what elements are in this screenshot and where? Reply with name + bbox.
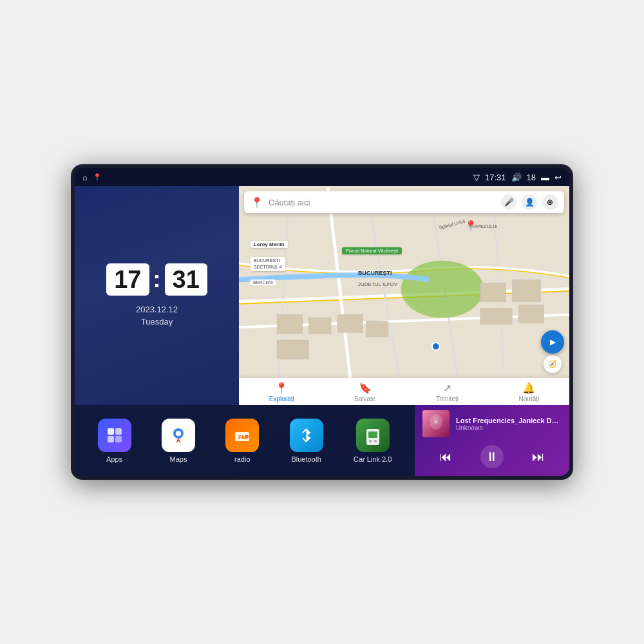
- apps-label: Apps: [106, 455, 122, 463]
- svg-point-25: [176, 431, 181, 436]
- svg-rect-15: [480, 283, 506, 302]
- svg-rect-21: [115, 428, 122, 435]
- signal-icon: ▽: [473, 173, 480, 182]
- google-maps-icon: 📍: [251, 196, 263, 209]
- map-search-bar[interactable]: 📍 Căutați aici 🎤 👤 ⊕: [244, 191, 564, 213]
- svg-rect-10: [277, 315, 302, 334]
- map-label-berceni: BERCENI: [251, 279, 276, 285]
- music-top: Lost Frequencies_Janieck Devy-... Unknow…: [422, 410, 562, 437]
- clock-minutes-box: 31: [165, 263, 207, 296]
- compass-button[interactable]: 🧭: [544, 355, 562, 373]
- svg-rect-11: [309, 318, 332, 334]
- svg-rect-30: [368, 431, 377, 438]
- send-icon: ↗: [443, 382, 451, 394]
- nav-saved[interactable]: 🔖 Salvate: [354, 382, 375, 402]
- album-art: [422, 410, 450, 437]
- nav-send[interactable]: ↗ Trimiteți: [436, 382, 459, 402]
- volume-icon[interactable]: 🔊: [511, 173, 522, 182]
- svg-rect-22: [108, 436, 114, 442]
- radio-app-icon: FM: [232, 426, 252, 445]
- music-title: Lost Frequencies_Janieck Devy-...: [456, 417, 562, 424]
- map-location-pin: 📍: [464, 220, 477, 232]
- clock-widget: 17 : 31 2023.12.12 Tuesday: [75, 186, 239, 405]
- svg-rect-12: [337, 315, 363, 333]
- app-item-bluetooth[interactable]: Bluetooth: [290, 419, 323, 463]
- screen: ⌂ 📍 ▽ 17:31 🔊 18 ▬ ↩: [75, 168, 569, 476]
- clock-date: 2023.12.12 Tuesday: [136, 303, 178, 328]
- maps-app-icon: [168, 425, 189, 446]
- voice-search-icon[interactable]: 🎤: [501, 194, 516, 210]
- next-button[interactable]: ⏭: [527, 445, 550, 468]
- svg-point-9: [401, 261, 484, 318]
- svg-rect-18: [518, 305, 544, 323]
- svg-rect-23: [115, 436, 122, 442]
- radio-icon-wrapper: FM: [225, 419, 259, 452]
- status-right: ▽ 17:31 🔊 18 ▬ ↩: [473, 173, 562, 182]
- map-search-input[interactable]: Căutați aici: [269, 198, 496, 207]
- account-icon[interactable]: 👤: [522, 194, 537, 210]
- car-head-unit: ⌂ 📍 ▽ 17:31 🔊 18 ▬ ↩: [71, 164, 573, 480]
- music-controls: ⏮ ⏸ ⏭: [422, 442, 562, 471]
- clock-hours-box: 17: [106, 263, 149, 296]
- map-label-ilfov: JUDEȚUL ILFOV: [358, 281, 397, 287]
- clock-day-text: Tuesday: [136, 316, 178, 328]
- svg-rect-17: [480, 308, 512, 325]
- map-section[interactable]: 📍 Căutați aici 🎤 👤 ⊕ Leroy Merlin BUCURE…: [239, 186, 569, 405]
- music-info: Lost Frequencies_Janieck Devy-... Unknow…: [456, 417, 562, 431]
- maps-icon-wrapper: [162, 419, 195, 452]
- start-navigation-button[interactable]: ▶: [541, 330, 564, 354]
- svg-rect-16: [512, 279, 540, 302]
- nav-explore[interactable]: 📍 Explorați: [269, 382, 294, 402]
- status-left: ⌂ 📍: [82, 173, 102, 182]
- play-pause-button[interactable]: ⏸: [480, 445, 504, 468]
- app-item-radio[interactable]: FM radio: [225, 419, 259, 463]
- saved-label: Salvate: [354, 395, 375, 402]
- bluetooth-icon-wrapper: [290, 419, 323, 452]
- saved-icon: 🔖: [359, 382, 372, 394]
- volume-level: 18: [527, 173, 536, 182]
- music-player: Lost Frequencies_Janieck Devy-... Unknow…: [415, 405, 569, 476]
- prev-button[interactable]: ⏮: [434, 445, 457, 468]
- apps-section: Apps Maps: [75, 405, 415, 476]
- status-bar: ⌂ 📍 ▽ 17:31 🔊 18 ▬ ↩: [75, 168, 569, 186]
- svg-point-19: [432, 343, 440, 350]
- clock-display: 17 : 31: [106, 263, 207, 296]
- explore-icon: 📍: [275, 382, 288, 394]
- clock-date-text: 2023.12.12: [136, 303, 178, 316]
- maps-pin-status-icon[interactable]: 📍: [93, 173, 102, 182]
- carlink-app-icon: [363, 426, 383, 445]
- explore-label: Explorați: [269, 395, 294, 402]
- news-icon: 🔔: [522, 382, 535, 394]
- screen-bezel: ⌂ 📍 ▽ 17:31 🔊 18 ▬ ↩: [75, 168, 569, 476]
- status-time: 17:31: [485, 173, 506, 182]
- map-label-bucuresti-s4: BUCUREȘTISECTORUL 4: [251, 257, 285, 271]
- bluetooth-label: Bluetooth: [291, 455, 321, 463]
- carlink-icon-wrapper: [356, 419, 390, 452]
- radio-label: radio: [234, 455, 250, 463]
- nav-news[interactable]: 🔔 Noutăți: [519, 382, 540, 402]
- svg-point-36: [435, 421, 437, 423]
- svg-point-32: [374, 440, 377, 442]
- clock-minutes: 31: [173, 266, 200, 293]
- map-label-leroy: Leroy Merlin: [251, 241, 288, 248]
- news-label: Noutăți: [519, 395, 540, 402]
- app-item-maps[interactable]: Maps: [162, 419, 195, 463]
- app-item-apps[interactable]: Apps: [98, 419, 131, 463]
- send-label: Trimiteți: [436, 395, 459, 402]
- main-content: 17 : 31 2023.12.12 Tuesday: [75, 186, 569, 476]
- map-search-right: 🎤 👤 ⊕: [501, 194, 558, 210]
- apps-grid-icon: [106, 426, 124, 444]
- carlink-label: Car Link 2.0: [354, 455, 392, 463]
- svg-point-28: [245, 435, 249, 439]
- layers-icon[interactable]: ⊕: [542, 194, 558, 210]
- svg-point-31: [369, 440, 372, 442]
- top-section: 17 : 31 2023.12.12 Tuesday: [75, 186, 569, 405]
- music-artist: Unknown: [456, 424, 562, 431]
- back-icon[interactable]: ↩: [554, 173, 562, 182]
- battery-icon: ▬: [541, 173, 549, 182]
- svg-rect-13: [277, 340, 308, 359]
- map-label-bucuresti: BUCUREȘTI: [358, 270, 392, 276]
- home-icon[interactable]: ⌂: [82, 173, 88, 182]
- app-item-carlink[interactable]: Car Link 2.0: [354, 419, 392, 463]
- bottom-section: Apps Maps: [75, 405, 569, 476]
